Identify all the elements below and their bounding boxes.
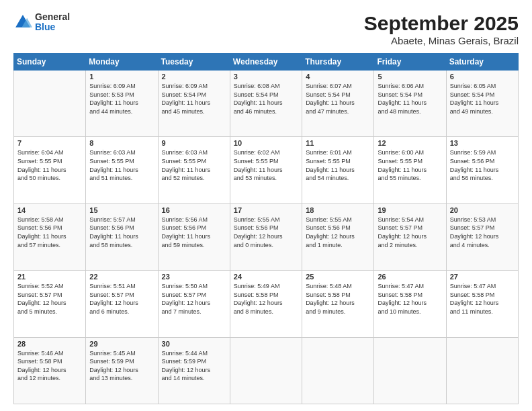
calendar-cell: 19Sunrise: 5:54 AMSunset: 5:57 PMDayligh… xyxy=(374,203,446,270)
cell-info: Sunrise: 5:54 AMSunset: 5:57 PMDaylight:… xyxy=(378,216,442,249)
day-number: 23 xyxy=(162,273,226,281)
cell-info: Sunrise: 5:50 AMSunset: 5:57 PMDaylight:… xyxy=(162,282,226,316)
day-number: 4 xyxy=(306,73,370,81)
calendar-header-row: Sunday Monday Tuesday Wednesday Thursday… xyxy=(14,54,519,71)
day-number: 21 xyxy=(17,273,82,281)
day-number: 28 xyxy=(17,340,82,348)
day-number: 24 xyxy=(234,273,298,281)
day-number: 26 xyxy=(378,273,442,281)
calendar-cell: 13Sunrise: 5:59 AMSunset: 5:56 PMDayligh… xyxy=(446,137,518,203)
cell-info: Sunrise: 5:59 AMSunset: 5:56 PMDaylight:… xyxy=(450,148,515,182)
calendar-cell: 4Sunrise: 6:07 AMSunset: 5:54 PMDaylight… xyxy=(302,71,374,137)
day-number: 6 xyxy=(450,73,515,81)
cell-info: Sunrise: 6:02 AMSunset: 5:55 PMDaylight:… xyxy=(234,148,298,182)
logo-blue-text: Blue xyxy=(35,22,70,32)
cell-info: Sunrise: 6:06 AMSunset: 5:54 PMDaylight:… xyxy=(378,82,442,116)
day-number: 13 xyxy=(450,139,515,147)
calendar-cell: 30Sunrise: 5:44 AMSunset: 5:59 PMDayligh… xyxy=(158,337,230,404)
cell-info: Sunrise: 5:47 AMSunset: 5:58 PMDaylight:… xyxy=(378,282,442,316)
cell-info: Sunrise: 5:56 AMSunset: 5:56 PMDaylight:… xyxy=(162,216,226,249)
day-number: 12 xyxy=(378,139,442,147)
day-number: 16 xyxy=(162,206,226,214)
calendar-cell xyxy=(374,337,446,404)
calendar-cell: 25Sunrise: 5:48 AMSunset: 5:58 PMDayligh… xyxy=(302,271,374,337)
calendar-cell: 20Sunrise: 5:53 AMSunset: 5:57 PMDayligh… xyxy=(446,203,518,270)
col-tuesday: Tuesday xyxy=(158,54,230,71)
cell-info: Sunrise: 6:03 AMSunset: 5:55 PMDaylight:… xyxy=(89,148,154,182)
logo: General Blue xyxy=(13,12,70,33)
day-number: 25 xyxy=(306,273,370,281)
calendar-cell: 14Sunrise: 5:58 AMSunset: 5:56 PMDayligh… xyxy=(14,203,86,270)
calendar-cell: 28Sunrise: 5:46 AMSunset: 5:58 PMDayligh… xyxy=(14,337,86,404)
calendar-subtitle: Abaete, Minas Gerais, Brazil xyxy=(364,35,519,46)
cell-info: Sunrise: 6:01 AMSunset: 5:55 PMDaylight:… xyxy=(306,148,370,182)
cell-info: Sunrise: 5:48 AMSunset: 5:58 PMDaylight:… xyxy=(306,282,370,316)
title-block: September 2025 Abaete, Minas Gerais, Bra… xyxy=(364,12,519,46)
cell-info: Sunrise: 6:09 AMSunset: 5:53 PMDaylight:… xyxy=(89,82,154,116)
calendar-cell: 23Sunrise: 5:50 AMSunset: 5:57 PMDayligh… xyxy=(158,271,230,337)
calendar-cell: 27Sunrise: 5:47 AMSunset: 5:58 PMDayligh… xyxy=(446,271,518,337)
day-number: 10 xyxy=(234,139,298,147)
cell-info: Sunrise: 6:05 AMSunset: 5:54 PMDaylight:… xyxy=(450,82,515,116)
day-number: 18 xyxy=(306,206,370,214)
col-thursday: Thursday xyxy=(302,54,374,71)
calendar-cell: 3Sunrise: 6:08 AMSunset: 5:54 PMDaylight… xyxy=(230,71,302,137)
calendar-week-1: 1Sunrise: 6:09 AMSunset: 5:53 PMDaylight… xyxy=(14,71,519,137)
header: General Blue September 2025 Abaete, Mina… xyxy=(13,12,519,46)
calendar-week-3: 14Sunrise: 5:58 AMSunset: 5:56 PMDayligh… xyxy=(14,203,519,270)
calendar-week-2: 7Sunrise: 6:04 AMSunset: 5:55 PMDaylight… xyxy=(14,137,519,203)
cell-info: Sunrise: 5:58 AMSunset: 5:56 PMDaylight:… xyxy=(17,216,82,249)
page: General Blue September 2025 Abaete, Mina… xyxy=(0,0,532,411)
logo-text: General Blue xyxy=(35,12,70,33)
day-number: 19 xyxy=(378,206,442,214)
calendar-cell: 5Sunrise: 6:06 AMSunset: 5:54 PMDaylight… xyxy=(374,71,446,137)
cell-info: Sunrise: 5:55 AMSunset: 5:56 PMDaylight:… xyxy=(234,216,298,249)
col-saturday: Saturday xyxy=(446,54,518,71)
calendar-cell xyxy=(302,337,374,404)
day-number: 3 xyxy=(234,73,298,81)
day-number: 29 xyxy=(89,340,154,348)
calendar-cell: 24Sunrise: 5:49 AMSunset: 5:58 PMDayligh… xyxy=(230,271,302,337)
calendar-cell: 7Sunrise: 6:04 AMSunset: 5:55 PMDaylight… xyxy=(14,137,86,203)
day-number: 9 xyxy=(162,139,226,147)
calendar-cell: 17Sunrise: 5:55 AMSunset: 5:56 PMDayligh… xyxy=(230,203,302,270)
calendar-cell: 21Sunrise: 5:52 AMSunset: 5:57 PMDayligh… xyxy=(14,271,86,337)
cell-info: Sunrise: 5:57 AMSunset: 5:56 PMDaylight:… xyxy=(89,216,154,249)
calendar-cell: 2Sunrise: 6:09 AMSunset: 5:54 PMDaylight… xyxy=(158,71,230,137)
cell-info: Sunrise: 5:51 AMSunset: 5:57 PMDaylight:… xyxy=(89,282,154,316)
logo-icon xyxy=(13,13,32,32)
day-number: 14 xyxy=(17,206,82,214)
calendar-cell: 18Sunrise: 5:55 AMSunset: 5:56 PMDayligh… xyxy=(302,203,374,270)
calendar-week-4: 21Sunrise: 5:52 AMSunset: 5:57 PMDayligh… xyxy=(14,271,519,337)
cell-info: Sunrise: 6:03 AMSunset: 5:55 PMDaylight:… xyxy=(162,148,226,182)
col-monday: Monday xyxy=(86,54,158,71)
cell-info: Sunrise: 6:08 AMSunset: 5:54 PMDaylight:… xyxy=(234,82,298,116)
calendar-cell: 6Sunrise: 6:05 AMSunset: 5:54 PMDaylight… xyxy=(446,71,518,137)
day-number: 1 xyxy=(89,73,154,81)
day-number: 30 xyxy=(162,340,226,348)
calendar-week-5: 28Sunrise: 5:46 AMSunset: 5:58 PMDayligh… xyxy=(14,337,519,404)
cell-info: Sunrise: 6:04 AMSunset: 5:55 PMDaylight:… xyxy=(17,148,82,182)
logo-general-text: General xyxy=(35,12,70,22)
col-friday: Friday xyxy=(374,54,446,71)
cell-info: Sunrise: 5:55 AMSunset: 5:56 PMDaylight:… xyxy=(306,216,370,249)
calendar-cell: 9Sunrise: 6:03 AMSunset: 5:55 PMDaylight… xyxy=(158,137,230,203)
calendar-title: September 2025 xyxy=(364,12,519,35)
calendar-cell xyxy=(446,337,518,404)
day-number: 22 xyxy=(89,273,154,281)
cell-info: Sunrise: 5:52 AMSunset: 5:57 PMDaylight:… xyxy=(17,282,82,316)
cell-info: Sunrise: 5:49 AMSunset: 5:58 PMDaylight:… xyxy=(234,282,298,316)
cell-info: Sunrise: 6:07 AMSunset: 5:54 PMDaylight:… xyxy=(306,82,370,116)
calendar-cell xyxy=(14,71,86,137)
day-number: 15 xyxy=(89,206,154,214)
day-number: 2 xyxy=(162,73,226,81)
day-number: 27 xyxy=(450,273,515,281)
calendar-cell: 26Sunrise: 5:47 AMSunset: 5:58 PMDayligh… xyxy=(374,271,446,337)
day-number: 8 xyxy=(89,139,154,147)
cell-info: Sunrise: 6:00 AMSunset: 5:55 PMDaylight:… xyxy=(378,148,442,182)
day-number: 7 xyxy=(17,139,82,147)
calendar-cell: 16Sunrise: 5:56 AMSunset: 5:56 PMDayligh… xyxy=(158,203,230,270)
calendar-table: Sunday Monday Tuesday Wednesday Thursday… xyxy=(13,53,519,404)
day-number: 11 xyxy=(306,139,370,147)
day-number: 5 xyxy=(378,73,442,81)
